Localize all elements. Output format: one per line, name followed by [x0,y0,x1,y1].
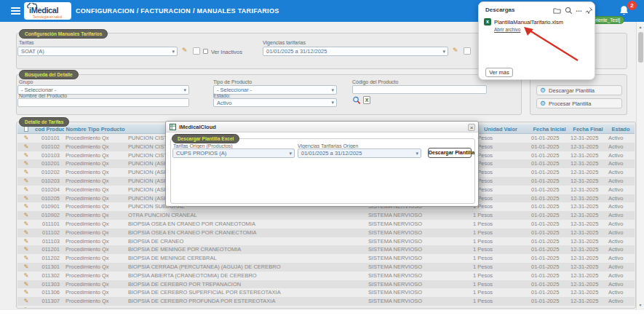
edit-row-icon[interactable]: ✎ [17,245,35,254]
edit-row-icon[interactable]: ✎ [17,151,35,160]
edit-tarifa-icon[interactable]: ✎ [182,46,188,55]
codigo-producto-input[interactable] [352,85,487,94]
grupo-label: Grupo [19,79,33,84]
tarifas-label: Tarifas [19,40,34,45]
edit-row-icon[interactable]: ✎ [17,220,35,229]
more-options-icon[interactable]: … [575,7,583,15]
cell-estado: Activo [607,229,635,237]
cell-cod-producto: 010103 [35,151,64,160]
procesar-plantilla-button[interactable]: ⚙ Procesar Plantilla [536,98,622,108]
descargar-plantilla-modal-button[interactable]: Descargar Plantilla [428,148,472,158]
menu-icon[interactable] [11,7,20,15]
edit-row-icon[interactable]: ✎ [17,272,35,280]
edit-row-icon[interactable]: ✎ [17,186,35,194]
cell-fecha-inicial: 01-01-2025 [530,186,569,194]
estado-select[interactable]: Activo ▾ [213,98,337,107]
cell-cod-producto: 012101 [35,306,64,309]
vigencias-origen-select[interactable]: 01/01/2025 a 31/12/2025 ▾ [298,148,421,158]
cell-estado: Activo [607,151,635,160]
edit-row-icon[interactable]: ✎ [17,134,35,143]
imedicalcloud-modal: iMedicalCloud × Descargar Plantilla Exce… [165,121,479,207]
edit-row-icon[interactable]: ✎ [17,229,35,237]
spreadsheet-icon [170,124,176,130]
chevron-down-icon: ▾ [331,100,334,106]
search-downloads-icon[interactable] [565,7,573,15]
scroll-up-icon[interactable]: ▲ [637,23,644,31]
table-row: ✎011301Procedimiento QxBIOPSIA CERRADA (… [17,263,635,272]
edit-row-icon[interactable]: ✎ [17,263,35,272]
cell-estado: Activo [607,143,635,151]
page-scrollbar[interactable]: ▲ ▼ [636,22,644,310]
cell-nombre-tipo-producto: Procedimiento Qx [64,202,127,211]
cell-grupo: SISTEMA NERVIOSO [367,263,472,272]
cell-unidad-valor: 1 Pesos [472,272,530,280]
edit-row-icon[interactable]: ✎ [17,237,35,246]
cell-fecha-final: 12-31-2025 [569,211,607,220]
breadcrumb: CONFIGURACION / FACTURACION / MANUALES T… [76,0,279,22]
export-excel-icon[interactable]: X [363,96,370,104]
close-icon[interactable]: × [468,124,475,131]
cell-nombre-producto: BIOPSIA DE MENINGE POR CRANEOTOMIA [127,245,367,254]
cell-fecha-final: 12-31-2025 [569,202,607,211]
cell-cod-producto: 010205 [35,194,64,203]
edit-row-icon[interactable]: ✎ [17,297,35,306]
edit-row-icon[interactable]: ✎ [17,177,35,186]
edit-row-icon[interactable]: ✎ [17,280,35,289]
tarifas-origen-select[interactable]: CUPS PROPIOS (A) ▾ [172,148,295,158]
cell-grupo: SISTEMA NERVIOSO [367,272,472,280]
logo[interactable]: iMedical Tecnología en salud [24,2,71,20]
search-icon[interactable] [352,96,361,105]
downloaded-file-name[interactable]: PlantillaManualTarifario.xlsm [494,19,563,25]
column-header: Fecha Final [569,124,607,133]
edit-row-icon[interactable]: ✎ [17,254,35,263]
scroll-down-icon[interactable]: ▼ [637,301,644,309]
gear-icon: ⚙ [540,99,546,108]
open-folder-icon[interactable] [553,7,561,15]
edit-row-icon[interactable]: ✎ [17,168,35,177]
cell-fecha-final: 12-31-2025 [569,272,607,280]
edit-row-icon[interactable]: ✎ [17,202,35,211]
excel-file-icon[interactable]: x [484,18,491,25]
cell-nombre-tipo-producto: Procedimiento Qx [64,211,127,220]
tarifas-select-value: SOAT (A) [21,48,44,55]
tarifas-select[interactable]: SOAT (A) ▾ [17,47,178,56]
cell-cod-producto: 011101 [35,220,64,229]
cell-cod-producto: 011201 [35,245,64,254]
cell-estado: Activo [607,254,635,263]
cell-fecha-inicial: 01-01-2025 [530,306,569,309]
vigencias-select[interactable]: 01/01/2025 a 31/12/2025 ▾ [263,47,448,56]
cell-fecha-inicial: 01-01-2025 [530,177,569,186]
cell-unidad-valor: 1 Pesos [472,220,530,229]
see-more-button[interactable]: Ver más [485,68,513,77]
scrollbar-thumb[interactable] [638,32,643,63]
new-tarifa-icon[interactable] [193,47,200,55]
open-file-link[interactable]: Abrir archivo [494,27,520,32]
cell-unidad-valor: 1 Pesos [472,151,530,160]
tipo-producto-select[interactable]: - Seleccionar - ▾ [213,85,337,95]
logo-tagline: Tecnología en salud [33,15,62,19]
edit-row-icon[interactable]: ✎ [17,159,35,168]
nombre-producto-input[interactable] [17,98,189,107]
cell-nombre-producto: CRANEALIZACION DE SENO FRONTAL [127,306,367,309]
edit-row-icon[interactable]: ✎ [17,211,35,220]
table-row: ✎011202Procedimiento QxBIOPSIA DE MENING… [17,254,635,263]
bottom-strip [0,310,644,321]
cell-estado: Activo [607,280,635,289]
cell-fecha-inicial: 01-01-2025 [530,211,569,220]
cell-fecha-inicial: 01-01-2025 [530,288,569,297]
edit-row-icon[interactable]: ✎ [17,306,35,309]
edit-row-icon[interactable]: ✎ [17,194,35,203]
cell-nombre-tipo-producto: Procedimiento Qx [64,254,127,263]
pin-icon[interactable] [585,7,593,15]
cell-unidad-valor: 1 Pesos [472,297,530,306]
edit-row-icon[interactable]: ✎ [17,288,35,297]
ver-inactivos-checkbox[interactable] [203,49,208,54]
vigencias-origen-label: Vigencias Tarifarias Origen [298,143,358,148]
descargar-plantilla-button[interactable]: ⚙ Descargar Plantilla [536,85,622,95]
cell-unidad-valor: 1 Pesos [472,168,530,177]
descargar-plantilla-label: Descargar Plantilla [549,87,595,94]
cell-nombre-producto: BIOPSIA DE CRANEO [127,237,367,246]
new-vigencia-icon[interactable] [464,47,471,55]
edit-row-icon[interactable]: ✎ [17,143,35,151]
edit-vigencia-icon[interactable]: ✎ [453,46,458,55]
